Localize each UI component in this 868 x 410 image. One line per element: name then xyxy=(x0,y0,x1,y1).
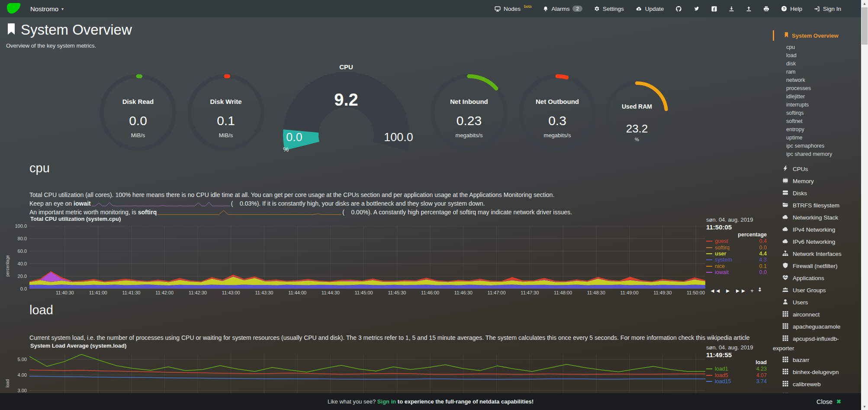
legend-row-load15[interactable]: load153.74 xyxy=(706,378,767,384)
chart-zoom-in-button[interactable]: + xyxy=(750,287,754,294)
hostname-dropdown[interactable]: Nostromo ▾ xyxy=(30,5,64,13)
legend-row-guest[interactable]: guest0.4 xyxy=(706,238,767,244)
sidebar-section-network-interfaces[interactable]: Network Interfaces xyxy=(773,249,860,259)
gauge-net-inbound[interactable]: Net Inbound 0.23 megabits/s xyxy=(430,74,508,152)
facebook-button[interactable] xyxy=(711,6,717,12)
alarms-button[interactable]: Alarms 2 xyxy=(543,6,582,12)
chart-play-button[interactable]: ► xyxy=(725,287,731,294)
sidebar-item-interrupts[interactable]: interrupts xyxy=(773,101,860,109)
legend-swatch xyxy=(706,375,712,376)
sidebar-section-binhex-delugevpn[interactable]: binhex-delugevpn xyxy=(773,368,860,377)
sidebar-section-memory[interactable]: Memory xyxy=(773,177,860,186)
sidebar-item-disk[interactable]: disk xyxy=(773,60,860,68)
sidebar-section-users[interactable]: Users xyxy=(773,298,860,307)
gauge-disk-write[interactable]: Disk Write 0.1 MiB/s xyxy=(187,74,265,152)
sidebar-item-ipc-shared-memory[interactable]: ipc shared memory xyxy=(773,150,860,158)
scrollbar-thumb[interactable] xyxy=(862,7,868,45)
sidebar-item-network[interactable]: network xyxy=(773,76,860,84)
sidebar-item-load[interactable]: load xyxy=(773,52,860,60)
sidebar-section-ipv4-networking[interactable]: IPv4 Networking xyxy=(773,225,860,235)
cloud-icon xyxy=(782,238,789,247)
legend-row-softirq[interactable]: softirq0.0 xyxy=(706,244,767,250)
gauge-units: megabits/s xyxy=(518,132,596,139)
sidebar-section-label: Networking Stack xyxy=(793,214,838,221)
x-tick-label: 11:45:30 xyxy=(383,290,411,295)
x-tick-label: 11:47:00 xyxy=(483,290,511,295)
sidebar-section-disks[interactable]: Disks xyxy=(773,189,860,198)
chart-resize-handle[interactable]: ▲ ▼ xyxy=(758,287,762,292)
scroll-down-arrow[interactable]: ▼ xyxy=(861,403,868,410)
print-button[interactable] xyxy=(763,6,769,12)
legend-row-load5[interactable]: load54.07 xyxy=(706,372,767,378)
close-button[interactable]: Close ✖ xyxy=(817,398,841,405)
legend-units-header: percentage xyxy=(706,232,767,238)
sidebar-section-apacheguacamole[interactable]: apacheguacamole xyxy=(773,322,860,332)
x-tick-label: 11:44:30 xyxy=(317,290,344,295)
sidebar-item-processes[interactable]: processes xyxy=(773,84,860,93)
sidebar-item-softnet[interactable]: softnet xyxy=(773,117,860,126)
sidebar-section-ipv6-networking[interactable]: IPv6 Networking xyxy=(773,237,860,247)
cpu-description-line2: Keep an eye on iowait ( 0.03%). If it is… xyxy=(29,199,765,208)
gauge-min-label: 0.0 xyxy=(281,131,307,144)
gauge-disk-read[interactable]: Disk Read 0.0 MiB/s xyxy=(99,74,177,152)
cpu-chart-yaxis: 100.080.060.040.020.00.0 xyxy=(0,226,27,289)
sidebar-section-airconnect[interactable]: airconnect xyxy=(773,310,860,320)
gauge-cpu[interactable]: CPU 9.2 0.0 100.0 % xyxy=(281,63,411,157)
sidebar-section-calibreweb[interactable]: calibreweb xyxy=(773,380,860,389)
sidebar-section-firewall-netfilter[interactable]: Firewall (netfilter) xyxy=(773,261,860,271)
scroll-up-arrow[interactable]: ▲ xyxy=(861,0,868,7)
legend-dimension-value: 3.74 xyxy=(756,378,767,384)
sidebar-section-networking-stack[interactable]: Networking Stack xyxy=(773,213,860,223)
y-tick-label: 0.0 xyxy=(20,286,27,291)
sidebar-section-bazarr[interactable]: bazarr xyxy=(773,355,860,365)
cpu-chart-canvas[interactable] xyxy=(29,226,705,289)
cpu-section-description: Total CPU utilization (all cores). 100% … xyxy=(29,190,765,216)
legend-row-user[interactable]: user4.4 xyxy=(706,251,767,257)
netdata-logo-icon[interactable] xyxy=(6,2,21,15)
sign-in-button[interactable]: Sign In xyxy=(814,6,841,12)
sidebar-section-applications[interactable]: Applications xyxy=(773,274,860,283)
sidebar-item-softirqs[interactable]: softirqs xyxy=(773,109,860,117)
sidebar-item-cpu[interactable]: cpu xyxy=(773,43,860,52)
print-icon xyxy=(763,6,769,12)
gauge-units: MiB/s xyxy=(99,132,177,139)
sidebar-item-entropy[interactable]: entropy xyxy=(773,126,860,134)
chart-forward-button[interactable]: ►► xyxy=(735,287,746,294)
legend-row-nice[interactable]: nice0.1 xyxy=(706,263,767,269)
sidebar-item-ram[interactable]: ram xyxy=(773,68,860,76)
footer-sign-in-link[interactable]: Sign in xyxy=(377,398,396,405)
legend-row-load1[interactable]: load14.23 xyxy=(706,366,767,372)
sidebar-section-label: User Groups xyxy=(793,287,826,294)
update-button[interactable]: Update xyxy=(636,6,664,12)
alarms-count-badge: 2 xyxy=(572,6,582,12)
load-chart-legend: søn. 04. aug. 201911:49:55loadload14.23l… xyxy=(706,344,767,384)
gauge-used-ram[interactable]: Used RAM 23.2 % xyxy=(605,81,669,145)
sidebar-item-system-overview[interactable]: System Overview xyxy=(773,30,860,41)
sidebar-section-label: binhex-delugevpn xyxy=(793,369,839,375)
sidebar-section-btrfs-filesystem[interactable]: BTRFS filesystem xyxy=(773,201,860,210)
sidebar-section-apcupsd-influxdb-exporter[interactable]: apcupsd-influxdb-exporter xyxy=(773,334,860,353)
twitter-button[interactable] xyxy=(694,6,700,11)
sidebar-section-user-groups[interactable]: User Groups xyxy=(773,286,860,295)
chart-rewind-button[interactable]: ◄◄ xyxy=(710,287,721,294)
sidebar-section-cpus[interactable]: CPUs xyxy=(773,165,860,174)
import-button[interactable] xyxy=(729,6,734,12)
grid-icon xyxy=(782,310,789,320)
gauge-net-outbound[interactable]: Net Outbound 0.3 megabits/s xyxy=(518,74,596,152)
sidebar-menu: System Overview cpuloaddiskramnetworkpro… xyxy=(773,30,860,410)
github-icon xyxy=(675,6,682,12)
legend-row-iowait[interactable]: iowait0.0 xyxy=(706,269,767,275)
settings-button[interactable]: Settings xyxy=(594,6,624,12)
sidebar-item-uptime[interactable]: uptime xyxy=(773,134,860,142)
facebook-icon xyxy=(711,6,717,12)
sidebar-item-idlejitter[interactable]: idlejitter xyxy=(773,93,860,101)
nodes-button[interactable]: Nodesbeta xyxy=(495,6,532,12)
help-button[interactable]: ? Help xyxy=(781,6,802,12)
github-button[interactable] xyxy=(675,6,682,12)
sidebar-item-ipc-semaphores[interactable]: ipc semaphores xyxy=(773,142,860,150)
legend-swatch xyxy=(706,259,712,260)
legend-dimension-name: iowait xyxy=(715,269,729,275)
legend-row-system[interactable]: system4.3 xyxy=(706,257,767,263)
sidebar-sections: CPUsMemoryDisksBTRFS filesystemNetworkin… xyxy=(773,165,860,410)
export-button[interactable] xyxy=(746,6,752,12)
